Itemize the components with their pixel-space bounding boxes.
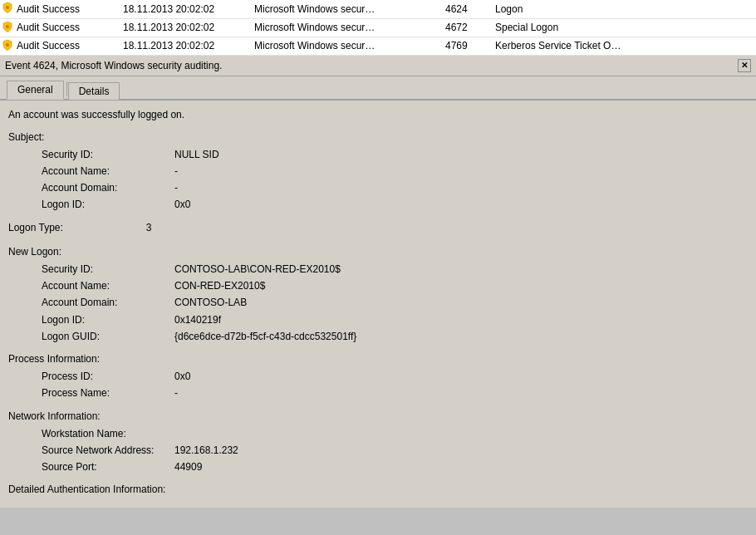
- subject-title: Subject:: [8, 130, 744, 145]
- val-process-name: -: [174, 385, 178, 401]
- label-logon-id-new: Logon ID:: [42, 312, 174, 328]
- val-account-name-subj: -: [174, 164, 178, 179]
- event-detail-panel: Event 4624, Microsoft Windows security a…: [0, 56, 756, 508]
- label-source-addr: Source Network Address:: [42, 443, 174, 459]
- val-logon-type: 3: [146, 220, 152, 236]
- label-logon-id-subj: Logon ID:: [42, 197, 174, 213]
- col-level: Audit Success: [15, 18, 123, 37]
- col-level: Audit Success: [15, 37, 123, 55]
- tab-general[interactable]: General: [7, 81, 64, 100]
- val-source-port: 44909: [174, 459, 202, 475]
- label-account-domain-new: Account Domain:: [42, 295, 174, 311]
- svg-point-1: [6, 25, 9, 28]
- event-list: Audit Success18.11.2013 20:02:02Microsof…: [0, 0, 756, 56]
- col-eventid: 4624: [445, 0, 495, 18]
- close-button[interactable]: ✕: [738, 59, 751, 72]
- table-row[interactable]: Audit Success18.11.2013 20:02:02Microsof…: [0, 0, 756, 18]
- col-level: Audit Success: [15, 0, 123, 18]
- label-security-id-subj: Security ID:: [42, 147, 174, 163]
- tab-divider: [66, 81, 67, 96]
- col-task: Special Logon: [495, 18, 756, 37]
- table-row[interactable]: Audit Success18.11.2013 20:02:02Microsof…: [0, 18, 756, 37]
- content-scrollable[interactable]: An account was successfully logged on. S…: [8, 107, 748, 501]
- label-workstation: Workstation Name:: [42, 426, 174, 442]
- col-date: 18.11.2013 20:02:02: [123, 18, 254, 37]
- val-logon-guid: {d6ce6dce-d72b-f5cf-c43d-cdcc532501ff}: [174, 329, 356, 345]
- detail-content-area: An account was successfully logged on. S…: [0, 101, 756, 508]
- col-eventid: 4672: [445, 18, 495, 37]
- auth-info-title: Detailed Authentication Information:: [8, 482, 744, 498]
- col-date: 18.11.2013 20:02:02: [123, 37, 254, 55]
- val-process-id: 0x0: [174, 369, 190, 385]
- col-source: Microsoft Windows secur…: [254, 18, 445, 37]
- label-process-name: Process Name:: [42, 385, 174, 401]
- val-account-name-new: CON-RED-EX2010$: [174, 278, 265, 294]
- svg-point-0: [6, 6, 9, 9]
- table-row[interactable]: Audit Success18.11.2013 20:02:02Microsof…: [0, 37, 756, 55]
- label-logon-guid: Logon GUID:: [42, 329, 174, 345]
- col-date: 18.11.2013 20:02:02: [123, 0, 254, 18]
- shield-icon: [0, 37, 15, 55]
- detail-text-body: An account was successfully logged on. S…: [8, 107, 744, 501]
- svg-point-2: [6, 43, 9, 47]
- shield-icon: [0, 18, 15, 37]
- intro-text: An account was successfully logged on.: [8, 107, 744, 123]
- label-process-id: Process ID:: [42, 369, 174, 385]
- val-account-domain-subj: -: [174, 180, 178, 196]
- val-logon-process: Kerberos: [174, 499, 215, 500]
- label-account-domain-subj: Account Domain:: [42, 180, 174, 196]
- label-account-name-new: Account Name:: [42, 278, 174, 294]
- tab-details[interactable]: Details: [68, 82, 120, 100]
- label-security-id-new: Security ID:: [42, 262, 174, 277]
- col-source: Microsoft Windows secur…: [254, 37, 445, 55]
- col-eventid: 4769: [445, 37, 495, 55]
- val-security-id-new: CONTOSO-LAB\CON-RED-EX2010$: [174, 262, 341, 277]
- logon-type-title: Logon Type:: [8, 220, 63, 236]
- process-info-title: Process Information:: [8, 351, 744, 367]
- val-logon-id-new: 0x140219f: [174, 312, 221, 328]
- col-task: Logon: [495, 0, 756, 18]
- network-info-title: Network Information:: [8, 409, 744, 425]
- val-source-addr: 192.168.1.232: [174, 443, 238, 459]
- col-task: Kerberos Service Ticket O…: [495, 37, 756, 55]
- label-logon-process: Logon Process:: [42, 499, 174, 500]
- detail-title: Event 4624, Microsoft Windows security a…: [5, 60, 222, 71]
- label-account-name-subj: Account Name:: [42, 164, 174, 179]
- val-security-id-subj: NULL SID: [174, 147, 219, 163]
- new-logon-title: New Logon:: [8, 244, 744, 260]
- label-source-port: Source Port:: [42, 459, 174, 475]
- col-source: Microsoft Windows secur…: [254, 0, 445, 18]
- val-logon-id-subj: 0x0: [174, 197, 190, 213]
- shield-icon: [0, 0, 15, 18]
- val-account-domain-new: CONTOSO-LAB: [174, 295, 247, 311]
